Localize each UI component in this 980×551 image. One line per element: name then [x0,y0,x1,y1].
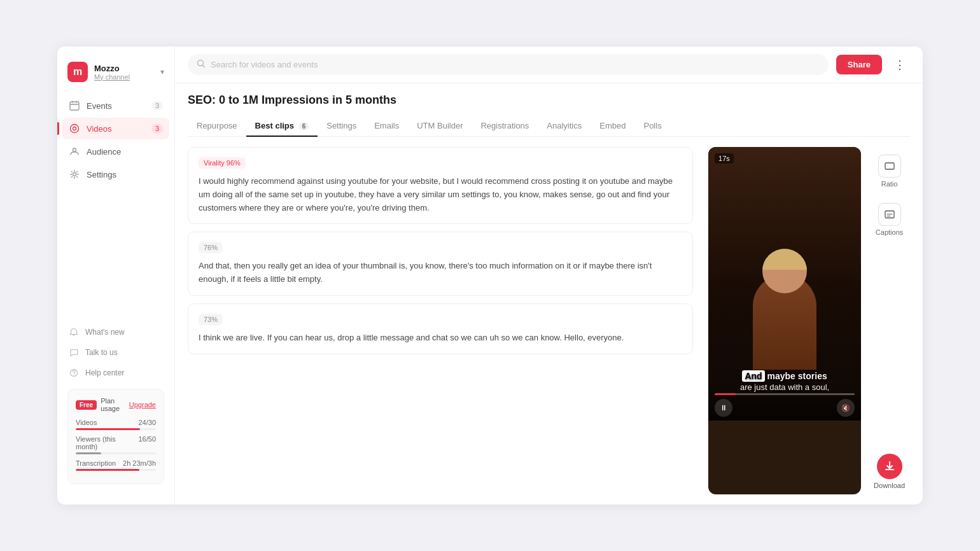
sidebar-nav: Events 3 Videos 3 [57,95,174,317]
svg-rect-0 [70,102,79,110]
events-label: Events [87,101,145,111]
search-bar[interactable] [188,54,829,75]
videos-usage: Videos 24/30 [76,419,156,430]
videos-badge: 3 [151,124,163,133]
clips-list: Virality 96% I would highly recommend ag… [188,147,696,494]
tab-settings[interactable]: Settings [318,116,365,137]
main-content: Share ⋮ SEO: 0 to 1M Impressions in 5 mo… [175,46,923,505]
tab-registrations[interactable]: Registrations [472,116,538,137]
audience-label: Audience [87,147,163,157]
captions-icon [878,203,901,226]
transcription-usage-bar [76,469,156,471]
viewers-usage-bar [76,452,156,454]
video-title-bar: SEO: 0 to 1M Impressions in 5 months Rep… [175,83,923,137]
viewers-usage-label: Viewers (this month) [76,435,138,450]
tab-utm-builder[interactable]: UTM Builder [408,116,472,137]
whats-new-label: What's new [85,328,125,337]
clip-card-1[interactable]: Virality 96% I would highly recommend ag… [188,147,693,224]
video-detail: SEO: 0 to 1M Impressions in 5 months Rep… [175,83,923,505]
download-icon [877,454,902,479]
tab-emails[interactable]: Emails [365,116,408,137]
settings-label: Settings [87,170,163,179]
upgrade-link[interactable]: Upgrade [129,401,156,408]
help-icon [69,368,79,378]
tab-repurpose[interactable]: Repurpose [188,116,246,137]
ratio-tool[interactable]: Ratio [873,150,906,193]
talk-to-us-label: Talk to us [85,348,118,357]
sidebar-item-settings[interactable]: Settings [62,164,169,185]
subtitle-line1: And maybe stories [721,371,848,381]
video-player-side: 17s [708,147,910,494]
app-container: m Mozzo My channel ▾ Events 3 [57,46,923,505]
video-controls: ⏸ 🔇 [708,388,861,421]
audience-icon [69,146,80,157]
video-player[interactable]: 17s [708,147,861,494]
brand-avatar: m [67,62,88,82]
search-input[interactable] [211,60,820,69]
sidebar-item-talk-to-us[interactable]: Talk to us [62,343,169,362]
transcription-usage-fill [76,469,139,471]
share-button[interactable]: Share [836,55,882,74]
ratio-label: Ratio [881,180,898,188]
search-icon [197,59,206,70]
svg-point-4 [73,173,76,176]
brand-name: Mozzo [94,64,154,73]
plan-label: Plan usage [101,397,125,412]
plan-header: Free Plan usage Upgrade [76,397,156,412]
video-progress-fill [715,393,736,395]
video-progress-bar[interactable] [715,393,855,395]
help-center-label: Help center [85,368,124,377]
bell-icon [69,327,79,337]
sidebar-item-events[interactable]: Events 3 [62,95,169,116]
video-timestamp: 17s [715,153,734,164]
events-badge: 3 [151,101,163,110]
mute-button[interactable]: 🔇 [837,399,855,417]
settings-icon [69,169,80,180]
clip-card-3[interactable]: 73% I think we are live. If you can hear… [188,303,693,354]
sidebar-item-help-center[interactable]: Help center [62,363,169,382]
brand-info: Mozzo My channel [94,64,154,81]
videos-usage-fill [76,428,140,430]
side-tools: Ratio Captions [869,147,910,494]
videos-usage-bar [76,428,156,430]
svg-point-2 [73,127,76,130]
transcription-usage: Transcription 2h 23m/3h [76,459,156,471]
sidebar-item-whats-new[interactable]: What's new [62,323,169,342]
tabs-row: Repurpose Best clips 6 Settings Emails U… [188,116,910,137]
captions-label: Captions [876,228,903,236]
video-frame: 17s [708,147,861,421]
ratio-icon [878,155,901,178]
clip-card-2[interactable]: 76% And that, then you really get an ide… [188,232,693,296]
tab-analyitics[interactable]: Analyitics [538,116,591,137]
video-title: SEO: 0 to 1M Impressions in 5 months [188,94,910,107]
events-icon [69,100,80,111]
brand-selector[interactable]: m Mozzo My channel ▾ [57,57,174,95]
tab-polls[interactable]: Polls [634,116,670,137]
videos-label: Videos [87,124,145,134]
subtitle-rest: maybe stories [765,371,827,381]
tab-embed[interactable]: Embed [591,116,634,137]
tab-best-clips[interactable]: Best clips 6 [246,116,318,137]
chat-icon [69,347,79,358]
clip-text-2: And that, then you really get an idea of… [199,260,682,286]
play-pause-button[interactable]: ⏸ [715,399,732,417]
video-buttons: ⏸ 🔇 [715,399,855,417]
videos-usage-value: 24/30 [138,419,156,426]
subtitle-highlight: And [742,370,764,382]
svg-point-6 [73,375,74,375]
clip-virality-1: Virality 96% [199,157,246,169]
more-menu-button[interactable]: ⋮ [890,55,910,75]
sidebar-item-audience[interactable]: Audience [62,141,169,162]
clip-virality-3: 73% [199,314,223,325]
captions-tool[interactable]: Captions [871,198,908,241]
videos-icon [69,123,80,134]
transcription-usage-value: 2h 23m/3h [123,459,156,467]
sidebar-item-videos[interactable]: Videos 3 [62,118,169,139]
svg-point-1 [71,125,79,133]
svg-rect-8 [885,163,894,169]
download-button[interactable]: Download [869,449,910,494]
brand-chevron-icon: ▾ [160,67,164,76]
clip-text-3: I think we are live. If you can hear us,… [199,331,682,345]
transcription-usage-label: Transcription [76,459,116,467]
viewers-usage-value: 16/50 [138,435,156,450]
